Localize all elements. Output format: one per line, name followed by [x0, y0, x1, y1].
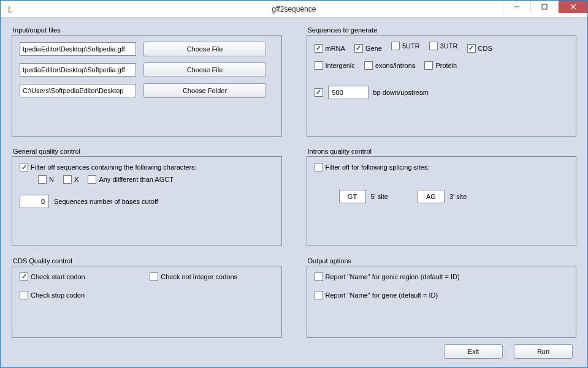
bp-label: bp down/upstream [373, 89, 429, 96]
filter-splicing-checkbox[interactable] [315, 163, 323, 171]
exons-introns-checkbox[interactable] [364, 61, 373, 70]
mrna-label: mRNA [326, 45, 345, 52]
sequences-panel: Sequences to generate ✓mRNA ✓Gene 5UTR 3… [307, 26, 577, 137]
any-diff-checkbox[interactable] [88, 175, 96, 184]
report-gene-label: Report "Name" for gene (default = ID) [326, 291, 438, 299]
cutoff-input[interactable] [20, 195, 49, 208]
site5-label: 5' site [371, 193, 388, 200]
x-label: X [74, 176, 78, 183]
choose-file-2-button[interactable]: Choose File [143, 62, 266, 77]
minimize-button[interactable] [503, 1, 530, 13]
window-title: gff2sequence [272, 5, 316, 13]
choose-folder-button[interactable]: Choose Folder [143, 83, 266, 98]
cutoff-label: Sequences number of bases cutoff [54, 198, 158, 205]
filter-chars-checkbox[interactable]: ✓ [20, 163, 28, 171]
bp-checkbox[interactable]: ✓ [315, 88, 323, 97]
general-qc-panel: General quality control ✓Filter off sequ… [12, 148, 282, 246]
n-label: N [49, 176, 54, 183]
x-checkbox[interactable] [63, 175, 72, 184]
filter-splicing-label: Filter off for following splicing sites: [326, 163, 430, 171]
introns-qc-label: Introns quality control [308, 148, 577, 155]
protein-checkbox[interactable] [424, 61, 433, 70]
exons-introns-label: exons/introns [375, 62, 415, 69]
titlebar: gff2sequence [1, 1, 587, 18]
site3-label: 3' site [449, 193, 467, 200]
app-window: gff2sequence Input/ouput files Choose Fi… [0, 0, 588, 368]
content-area: Input/ouput files Choose File Choose Fil… [1, 18, 587, 367]
gff-file-1-input[interactable] [20, 42, 136, 56]
general-qc-label: General quality control [13, 148, 282, 155]
cds-qc-label: CDS Quality control [13, 257, 282, 265]
site5-input[interactable] [339, 190, 366, 203]
not-integer-label: Check not integer codons [161, 273, 237, 280]
not-integer-checkbox[interactable] [150, 272, 158, 281]
filter-chars-label: Filter off sequences containing the foll… [31, 163, 197, 171]
cds-checkbox[interactable]: ✓ [467, 44, 476, 53]
report-genic-label: Report "Name" for genic region (default … [326, 273, 460, 280]
start-codon-label: Check start codon [31, 273, 85, 280]
java-icon [6, 4, 15, 14]
bp-value-input[interactable] [328, 86, 368, 99]
output-options-label: Output options [308, 257, 577, 265]
5utr-label: 5UTR [402, 42, 420, 50]
any-diff-label: Any diifferent than AGCT [99, 176, 173, 183]
protein-label: Protein [435, 62, 457, 69]
input-output-label: Input/ouput files [13, 26, 282, 34]
intergenic-checkbox[interactable] [315, 61, 323, 70]
5utr-checkbox[interactable] [391, 42, 400, 50]
footer: Exit Run [12, 338, 576, 359]
introns-qc-panel: Introns quality control Filter off for f… [307, 148, 577, 246]
cds-qc-panel: CDS Quality control ✓Check start codon C… [12, 257, 282, 339]
site3-input[interactable] [418, 190, 445, 203]
maximize-button[interactable] [530, 1, 558, 13]
close-button[interactable] [558, 1, 587, 13]
start-codon-checkbox[interactable]: ✓ [20, 272, 28, 281]
intergenic-label: Intergenic [326, 62, 355, 69]
run-button[interactable]: Run [514, 344, 573, 359]
output-options-panel: Output options Report "Name" for genic r… [307, 257, 577, 339]
output-folder-input[interactable] [20, 84, 136, 97]
report-gene-checkbox[interactable] [315, 291, 323, 299]
stop-codon-label: Check stop codon [31, 291, 85, 299]
n-checkbox[interactable] [38, 175, 47, 184]
report-genic-checkbox[interactable] [315, 272, 323, 281]
3utr-label: 3UTR [440, 42, 458, 50]
window-controls [503, 1, 587, 17]
sequences-label: Sequences to generate [308, 26, 577, 34]
cds-label: CDS [478, 45, 492, 52]
gene-label: Gene [365, 45, 382, 52]
stop-codon-checkbox[interactable] [20, 291, 28, 299]
gene-checkbox[interactable]: ✓ [354, 44, 363, 53]
mrna-checkbox[interactable]: ✓ [315, 44, 323, 53]
svg-rect-1 [542, 4, 547, 9]
input-output-panel: Input/ouput files Choose File Choose Fil… [12, 26, 282, 137]
3utr-checkbox[interactable] [429, 42, 438, 50]
exit-button[interactable]: Exit [444, 344, 503, 359]
gff-file-2-input[interactable] [20, 63, 136, 77]
choose-file-1-button[interactable]: Choose File [143, 42, 266, 56]
